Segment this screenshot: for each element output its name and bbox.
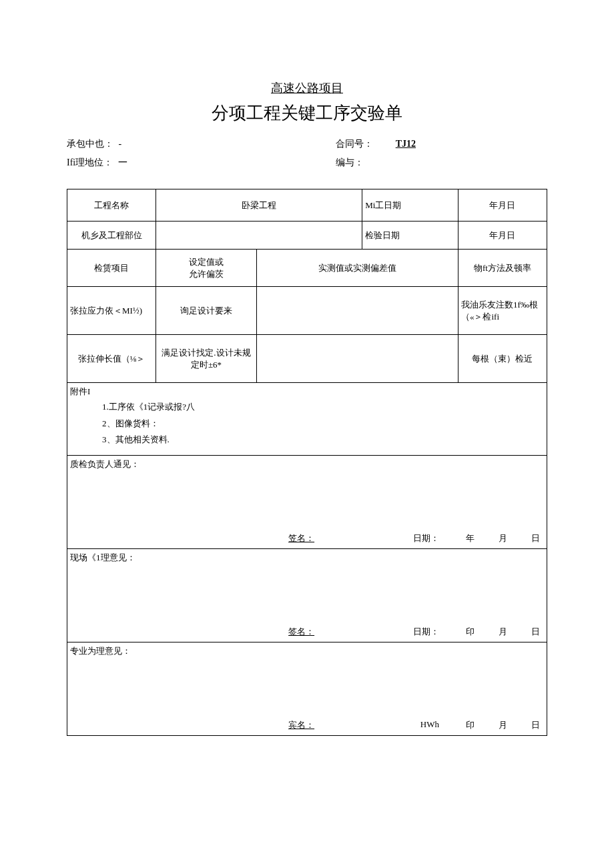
cell-project-name-label: 工程名称 [67, 189, 156, 222]
cell-project-name-value: 卧梁工程 [156, 189, 362, 222]
cell-elongation-set: 满足设计找定.设计未规定时±6* [156, 335, 257, 383]
cell-check-date-value: 年月日 [458, 222, 547, 250]
cell-elongation-method-text: 每根（束）检近 [461, 353, 544, 365]
opinion-qc-title: 质检负责人通见： [70, 458, 544, 470]
supervisor-label: Ifi理地位： [67, 157, 113, 167]
date-day: 日 [531, 719, 540, 731]
page-title-line2: 分项工程关键工序交验单 [67, 101, 547, 125]
opinion-professional-title: 专业为理意见： [70, 645, 544, 657]
table-row: 机乡及工程部位 检验日期 年月日 [67, 222, 547, 250]
cell-elongation-method: 每根（束）检近 [458, 335, 547, 383]
table-row: 工程名称 卧梁工程 Mi工日期 年月日 [67, 189, 547, 222]
meta-contractor: 承包中也： - [67, 138, 336, 150]
cell-tension-stress-label: 张拉应力依＜MI½) [67, 287, 156, 335]
opinion-qc-sigline: 笠名： 日期： 年 月 日 [67, 532, 547, 544]
attachment-item-1: 1.工序依《1记录或报?八 [102, 399, 544, 416]
meta-serial: 编与： [336, 157, 547, 169]
date-month: 月 [499, 532, 507, 544]
cell-tension-stress-set: 询足设计要来 [156, 287, 257, 335]
table-row: 附件I 1.工序依《1记录或报?八 2、图像货料： 3、其他相关资料. [67, 383, 547, 456]
date-label: HWh [420, 719, 439, 731]
cell-method-header: 物ft方法及顿率 [458, 250, 547, 287]
serial-label: 编与： [336, 157, 364, 167]
date-year: 年 [466, 532, 475, 544]
opinion-site-sigline: 签名： 日期： 印 月 日 [67, 626, 547, 638]
date-label: 日期： [413, 626, 439, 638]
page-title-line1: 高速公路项目 [67, 80, 547, 96]
attachment-title: 附件I [70, 386, 544, 398]
date-year: 印 [466, 719, 475, 731]
attachment-cell: 附件I 1.工序依《1记录或报?八 2、图像货料： 3、其他相关资料. [67, 383, 547, 456]
cell-measured-header: 实测值或实测偏差值 [256, 250, 458, 287]
date-month: 月 [499, 626, 507, 638]
contractor-value: - [119, 139, 122, 149]
meta-contract-no: 合同号： TJ12 [336, 138, 547, 150]
cell-construct-date-value: 年月日 [458, 189, 547, 222]
cell-part-label: 机乡及工程部位 [67, 222, 156, 250]
main-table: 工程名称 卧梁工程 Mi工日期 年月日 机乡及工程部位 检验日期 年月日 检赁项… [67, 189, 547, 736]
cell-check-item-header: 检赁项目 [67, 250, 156, 287]
cell-elongation-measured [256, 335, 458, 383]
cell-check-date-label: 检验日期 [362, 222, 458, 250]
table-row: 质检负责人通见： 笠名： 日期： 年 月 日 [67, 456, 547, 549]
table-row: 现场《1理意见： 签名： 日期： 印 月 日 [67, 549, 547, 642]
attachment-item-3: 3、其他相关资料. [102, 432, 544, 448]
attachment-list: 1.工序依《1记录或报?八 2、图像货料： 3、其他相关资料. [70, 399, 544, 448]
contractor-label: 承包中也： [67, 139, 113, 149]
cell-part-value [156, 222, 362, 250]
opinion-site-cell: 现场《1理意见： 签名： 日期： 印 月 日 [67, 549, 547, 642]
date-day: 日 [531, 626, 540, 638]
date-year: 印 [466, 626, 475, 638]
table-row: 张拉应力依＜MI½) 询足设计要来 我油乐友注数1f‰根（«＞检ifi [67, 287, 547, 335]
attachment-item-2: 2、图像货料： [102, 416, 544, 432]
date-label: 日期： [413, 532, 439, 544]
meta-supervisor: Ifi理地位： 一 [67, 157, 336, 169]
table-row: 张拉伸长值（⅛＞ 满足设计找定.设计未规定时±6* 每根（束）检近 [67, 335, 547, 383]
main-table-wrap: 工程名称 卧梁工程 Mi工日期 年月日 机乡及工程部位 检验日期 年月日 检赁项… [67, 189, 547, 736]
cell-tension-stress-method: 我油乐友注数1f‰根（«＞检ifi [458, 287, 547, 335]
cell-set-value-header: 设定值或 允许偏茨 [156, 250, 257, 287]
opinion-site-title: 现场《1理意见： [70, 552, 544, 564]
date-day: 日 [531, 532, 540, 544]
cell-construct-date-label: Mi工日期 [362, 189, 458, 222]
signature-label: 笠名： [288, 532, 314, 544]
table-row: 专业为理意见： 宾名： HWh 印 月 日 [67, 642, 547, 736]
opinion-qc-cell: 质检负责人通见： 笠名： 日期： 年 月 日 [67, 456, 547, 549]
opinion-professional-sigline: 宾名： HWh 印 月 日 [67, 719, 547, 731]
table-row: 检赁项目 设定值或 允许偏茨 实测值或实测偏差值 物ft方法及顿率 [67, 250, 547, 287]
cell-tension-stress-measured [256, 287, 458, 335]
date-month: 月 [499, 719, 507, 731]
meta-row-2: Ifi理地位： 一 编与： [67, 157, 547, 169]
meta-row-1: 承包中也： - 合同号： TJ12 [67, 138, 547, 150]
cell-elongation-label: 张拉伸长值（⅛＞ [67, 335, 156, 383]
opinion-professional-cell: 专业为理意见： 宾名： HWh 印 月 日 [67, 642, 547, 736]
contract-no-value: TJ12 [396, 139, 416, 149]
supervisor-value: 一 [118, 157, 127, 167]
signature-label: 宾名： [288, 719, 314, 731]
contract-no-label: 合同号： [336, 139, 373, 149]
signature-label: 签名： [288, 626, 314, 638]
